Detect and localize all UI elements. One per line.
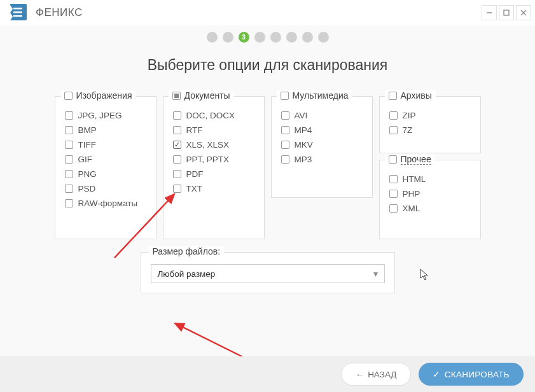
option-doc[interactable]: DOC, DOCX <box>173 111 254 120</box>
group-archives: Архивы ZIP 7Z <box>379 96 481 153</box>
checkbox-avi[interactable] <box>281 111 289 120</box>
options-groups: Изображения JPG, JPEG BMP TIFF GIF PNG P… <box>0 96 535 239</box>
checkbox-txt[interactable] <box>173 185 181 193</box>
option-psd[interactable]: PSD <box>65 184 146 193</box>
checkbox-mkv[interactable] <box>281 141 289 149</box>
checkbox-multimedia-all[interactable] <box>281 92 289 100</box>
checkbox-doc[interactable] <box>173 111 181 120</box>
checkbox-jpg[interactable] <box>65 111 73 120</box>
option-rtf[interactable]: RTF <box>173 125 254 135</box>
checkbox-archives-all[interactable] <box>389 92 397 100</box>
page-title: Выберите опции для сканирования <box>0 57 535 74</box>
scan-button[interactable]: ✓ СКАНИРОВАТЬ <box>419 363 524 386</box>
svg-rect-2 <box>13 15 22 17</box>
checkbox-ppt[interactable] <box>173 155 181 164</box>
file-size-select[interactable]: Любой размер ▾ <box>151 264 385 283</box>
checkbox-pdf[interactable] <box>173 170 181 178</box>
option-zip[interactable]: ZIP <box>389 111 471 120</box>
checkbox-images-all[interactable] <box>64 92 73 100</box>
group-images: Изображения JPG, JPEG BMP TIFF GIF PNG P… <box>55 96 156 239</box>
arrow-left-icon: ← <box>356 370 365 379</box>
checkbox-rtf[interactable] <box>173 126 181 134</box>
title-bar: ФЕНИКС <box>0 0 535 25</box>
group-other: Прочее HTML PHP XML <box>379 160 481 239</box>
checkbox-html[interactable] <box>389 175 398 183</box>
step-3-active[interactable]: 3 <box>239 32 249 43</box>
svg-rect-0 <box>13 8 22 10</box>
checkbox-zip[interactable] <box>389 111 398 120</box>
maximize-button[interactable] <box>499 5 514 20</box>
checkbox-xml[interactable] <box>389 204 398 213</box>
checkbox-mp4[interactable] <box>281 126 289 134</box>
option-mp4[interactable]: MP4 <box>281 125 363 135</box>
svg-rect-4 <box>504 10 509 15</box>
group-other-title: Прочее <box>401 154 431 165</box>
option-png[interactable]: PNG <box>65 169 146 179</box>
checkbox-psd[interactable] <box>65 185 73 193</box>
option-7z[interactable]: 7Z <box>389 125 471 135</box>
option-xml[interactable]: XML <box>389 204 471 213</box>
option-jpg[interactable]: JPG, JPEG <box>65 111 146 120</box>
file-size-group: Размер файлов: Любой размер ▾ <box>141 252 395 293</box>
checkbox-php[interactable] <box>389 190 398 198</box>
back-button[interactable]: ← НАЗАД <box>341 363 412 386</box>
step-2[interactable] <box>223 32 233 43</box>
step-6[interactable] <box>286 32 297 43</box>
checkbox-gif[interactable] <box>65 155 73 164</box>
checkbox-tiff[interactable] <box>65 141 73 149</box>
checkbox-raw[interactable] <box>65 199 73 207</box>
checkbox-mp3[interactable] <box>281 155 289 164</box>
file-size-legend: Размер файлов: <box>149 246 225 256</box>
step-1[interactable] <box>207 32 218 43</box>
scan-button-label: СКАНИРОВАТЬ <box>445 370 510 379</box>
app-title: ФЕНИКС <box>36 6 83 19</box>
close-button[interactable] <box>516 5 531 20</box>
app-logo-icon <box>6 1 29 24</box>
svg-rect-1 <box>13 11 22 13</box>
chevron-down-icon: ▾ <box>373 269 378 279</box>
option-ppt[interactable]: PPT, PPTX <box>173 155 254 164</box>
step-5[interactable] <box>270 32 281 43</box>
checkbox-xls[interactable] <box>173 141 181 149</box>
check-icon: ✓ <box>433 369 440 379</box>
minimize-button[interactable] <box>482 5 497 20</box>
footer-bar: ← НАЗАД ✓ СКАНИРОВАТЬ <box>0 356 535 392</box>
checkbox-png[interactable] <box>65 170 73 178</box>
option-tiff[interactable]: TIFF <box>65 140 146 150</box>
checkbox-bmp[interactable] <box>65 126 73 134</box>
group-archives-title: Архивы <box>401 90 432 101</box>
checkbox-7z[interactable] <box>389 126 398 134</box>
option-pdf[interactable]: PDF <box>173 169 254 179</box>
stepper: 3 <box>0 32 535 43</box>
file-size-selected: Любой размер <box>158 269 216 279</box>
option-avi[interactable]: AVI <box>281 111 363 120</box>
group-multimedia-title: Мультимедиа <box>293 90 349 101</box>
option-php[interactable]: PHP <box>389 189 471 199</box>
checkbox-documents-all[interactable] <box>172 92 181 100</box>
mouse-cursor-icon <box>420 269 430 281</box>
group-documents: Документы DOC, DOCX RTF XLS, XLSX PPT, P… <box>163 96 265 239</box>
group-multimedia: Мультимедиа AVI MP4 MKV MP3 <box>271 96 373 198</box>
step-7[interactable] <box>302 32 313 43</box>
back-button-label: НАЗАД <box>368 370 396 379</box>
step-4[interactable] <box>254 32 265 43</box>
checkbox-other-all[interactable] <box>389 155 397 164</box>
group-documents-title: Документы <box>184 90 230 101</box>
option-gif[interactable]: GIF <box>65 155 146 164</box>
option-mkv[interactable]: MKV <box>281 140 363 150</box>
option-txt[interactable]: TXT <box>173 184 254 193</box>
group-images-title: Изображения <box>76 90 132 101</box>
option-bmp[interactable]: BMP <box>65 125 146 135</box>
step-8[interactable] <box>318 32 329 43</box>
content-area: 3 Выберите опции для сканирования Изобра… <box>0 25 535 356</box>
option-xls[interactable]: XLS, XLSX <box>173 140 254 150</box>
option-raw[interactable]: RAW-форматы <box>65 199 146 208</box>
option-mp3[interactable]: MP3 <box>281 155 363 164</box>
option-html[interactable]: HTML <box>389 174 471 184</box>
